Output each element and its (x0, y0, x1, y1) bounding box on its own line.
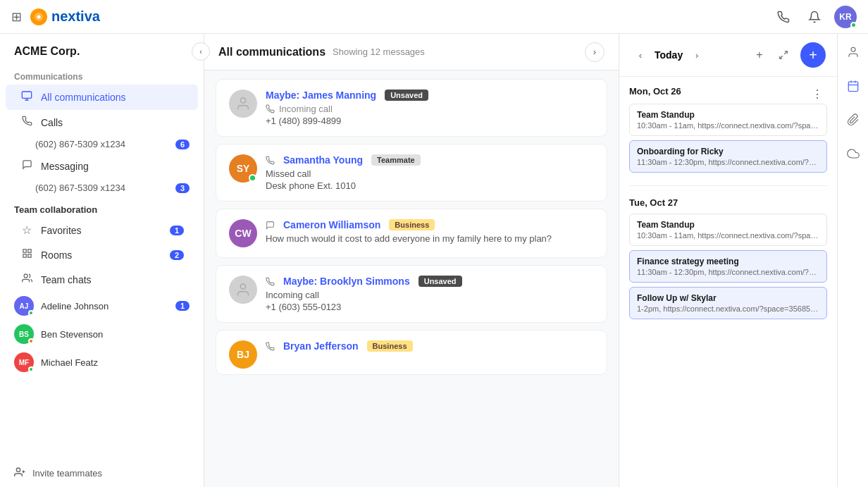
avatar-james (229, 90, 257, 118)
invite-label: Invite teammates (32, 468, 102, 479)
invite-teammates-row[interactable]: Invite teammates (0, 460, 204, 487)
message-card-bryan[interactable]: BJ Bryan Jefferson Business (216, 330, 607, 375)
message-card-brooklyn[interactable]: Maybe: Brooklyn Simmons Unsaved Incoming… (216, 265, 607, 323)
status-dot-adeline (28, 310, 34, 316)
msg-tag-samantha: Teammate (371, 154, 421, 166)
grid-icon[interactable]: ⊞ (11, 9, 22, 25)
event-followup-skylar[interactable]: Follow Up w/ Skylar 1-2pm, https://conne… (629, 287, 827, 319)
msg-tag-brooklyn: Unsaved (418, 276, 462, 287)
rooms-label: Rooms (41, 249, 163, 261)
calendar-next-btn[interactable]: › (687, 45, 707, 65)
monday-options-btn[interactable]: ⋮ (807, 84, 827, 104)
showing-label: Showing 12 messages (333, 47, 425, 57)
side-cloud-icon[interactable] (842, 142, 864, 165)
message-body-james: Maybe: James Manning Unsaved Incoming ca… (266, 90, 594, 126)
msg-sub-james: +1 (480) 899-4899 (266, 116, 594, 126)
svg-point-14 (851, 47, 855, 51)
logo-circle (30, 8, 47, 25)
event-title-standup-mon: Team Standup (637, 110, 819, 120)
msg-name-samantha: Samantha Young (283, 154, 363, 166)
top-nav: ⊞ nextiva KR (0, 0, 868, 34)
team-chat-item-ben[interactable]: BS Ben Stevenson (0, 320, 204, 348)
msg-name-bryan: Bryan Jefferson (283, 340, 359, 352)
msg-sub-samantha: Desk phone Ext. 1010 (266, 180, 594, 191)
sidebar-item-favorites[interactable]: ☆ Favorites 1 (6, 218, 198, 242)
calls-number-item[interactable]: (602) 867-5309 x1234 6 (0, 135, 204, 154)
side-person-icon[interactable] (842, 41, 864, 63)
avatar-adeline: AJ (14, 296, 34, 316)
status-dot-ben (28, 338, 34, 344)
calendar-prev-btn[interactable]: ‹ (631, 45, 650, 65)
msg-name-cameron: Cameron Williamson (283, 219, 380, 230)
message-card-samantha[interactable]: SY Samantha Young Teammate Missed call D… (216, 144, 607, 202)
svg-rect-4 (23, 254, 25, 257)
phone-icon[interactable] (772, 6, 795, 28)
message-card-james[interactable]: Maybe: James Manning Unsaved Incoming ca… (216, 79, 607, 137)
user-avatar[interactable]: KR (834, 6, 857, 28)
sidebar-item-rooms[interactable]: Rooms 2 (6, 242, 198, 267)
avatar-brooklyn (229, 276, 257, 304)
message-body-cameron: Cameron Williamson Business How much wou… (266, 219, 594, 244)
msg-tag-james: Unsaved (385, 90, 428, 101)
team-chat-item-michael[interactable]: MF Michael Featz (0, 348, 204, 376)
favorites-label: Favorites (41, 225, 163, 236)
online-status-dot (850, 22, 857, 28)
svg-rect-5 (27, 254, 30, 257)
sidebar-collapse-button[interactable]: ‹ (192, 42, 210, 61)
sidebar-item-all-communications[interactable]: All communications (6, 85, 198, 110)
messaging-number-item[interactable]: (602) 867-5309 x1234 3 (0, 178, 204, 197)
center-title: All communications (218, 46, 326, 58)
avatar-bryan: BJ (229, 340, 257, 369)
event-finance-meeting[interactable]: Finance strategy meeting 11:30am - 12:30… (629, 250, 827, 283)
message-card-cameron[interactable]: CW Cameron Williamson Business How much … (216, 209, 607, 258)
event-time-followup: 1-2pm, https://connect.nextiva.com/?spac… (637, 304, 819, 313)
event-team-standup-mon[interactable]: Team Standup 10:30am - 11am, https://con… (629, 104, 827, 136)
right-panel-fab[interactable]: + (800, 42, 826, 68)
messaging-icon (20, 159, 34, 173)
notification-bell-icon[interactable] (803, 6, 826, 28)
sidebar: ACME Corp. Communications All communicat… (0, 34, 204, 487)
calls-badge: 6 (175, 140, 190, 149)
event-title-onboarding: Onboarding for Ricky (637, 147, 819, 156)
msg-sub-cameron: How much would it cost to add everyone i… (266, 233, 594, 244)
team-chat-item-adeline[interactable]: AJ Adeline Johnson 1 (0, 292, 204, 320)
message-body-samantha: Samantha Young Teammate Missed call Desk… (266, 154, 594, 191)
michael-name: Michael Featz (41, 357, 190, 368)
side-paperclip-icon[interactable] (842, 109, 864, 131)
svg-rect-2 (23, 249, 25, 252)
msg-header-samantha: Samantha Young Teammate (266, 154, 594, 166)
company-name: ACME Corp. (0, 34, 204, 66)
event-time-standup-mon: 10:30am - 11am, https://connect.nextiva.… (637, 121, 819, 130)
calls-icon (20, 116, 34, 129)
avatar-cameron: CW (229, 219, 257, 247)
calendar-add-btn[interactable]: + (750, 45, 769, 65)
svg-point-7 (16, 468, 20, 471)
right-panel: ‹ Today › + + Mon, Oct 26 ⋮ Team Standup… (619, 34, 837, 487)
prev-arrow[interactable]: › (585, 42, 604, 62)
adeline-badge: 1 (175, 301, 190, 311)
svg-point-10 (240, 98, 245, 103)
sidebar-item-messaging[interactable]: Messaging (6, 154, 198, 178)
sidebar-item-calls[interactable]: Calls (6, 110, 198, 135)
samantha-status-dot (249, 174, 256, 182)
msg-sub-brooklyn: +1 (603) 555-0123 (266, 302, 594, 312)
main-layout: ACME Corp. Communications All communicat… (0, 34, 868, 487)
msg-name-brooklyn: Maybe: Brooklyn Simmons (283, 276, 410, 287)
center-header: All communications Showing 12 messages › (204, 34, 619, 70)
messaging-badge: 3 (175, 183, 190, 193)
ben-name: Ben Stevenson (41, 329, 190, 340)
calendar-expand-btn[interactable] (774, 45, 793, 65)
svg-point-11 (240, 284, 245, 289)
event-title-standup-tue: Team Standup (637, 220, 819, 230)
event-team-standup-tue[interactable]: Team Standup 10:30am - 11am, https://con… (629, 214, 827, 246)
right-side-bar (837, 34, 868, 487)
svg-rect-1 (22, 92, 31, 98)
favorites-badge: 1 (170, 226, 184, 235)
sidebar-item-team-chats[interactable]: Team chats (6, 267, 198, 292)
tuesday-label: Tue, Oct 27 (629, 197, 827, 208)
event-onboarding[interactable]: Onboarding for Ricky 11:30am - 12:30pm, … (629, 140, 827, 173)
user-initials: KR (839, 12, 851, 22)
monday-section: Mon, Oct 26 ⋮ Team Standup 10:30am - 11a… (619, 77, 837, 181)
msg-header-james: Maybe: James Manning Unsaved (266, 90, 594, 101)
side-calendar-icon[interactable] (842, 75, 864, 97)
